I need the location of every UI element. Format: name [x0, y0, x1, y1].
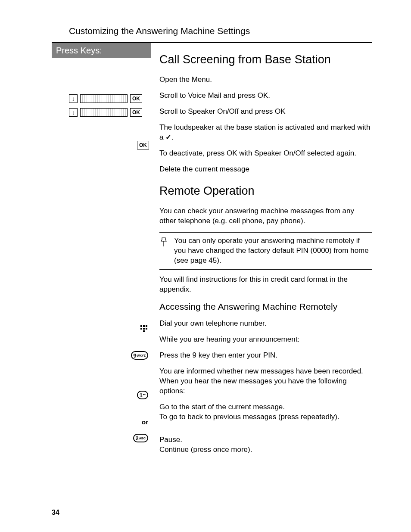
key-9-digit: 9: [134, 352, 137, 359]
para-loudspeaker: The loudspeaker at the base station is a…: [159, 123, 372, 143]
svg-rect-1: [143, 325, 145, 327]
para-delete: Delete the current message: [159, 165, 372, 174]
key-1-digit: 1: [140, 392, 143, 398]
key-9-icon: 9WXYZ: [131, 351, 148, 360]
para-goto-start: Go to the start of the current message. …: [159, 402, 372, 422]
press-keys-label: Press Keys:: [52, 43, 151, 58]
para-pause-a: Pause.: [159, 436, 182, 444]
checkmark-icon: ✓: [165, 133, 171, 141]
key-row-deactivate: OK: [52, 140, 151, 150]
or-label: or: [142, 418, 148, 426]
note-text: You can only operate your answering mach…: [174, 236, 372, 266]
para-press-nine: Press the 9 key then enter your PIN.: [159, 351, 372, 361]
para-pause-b: Continue (press once more).: [159, 445, 252, 454]
ok-key-icon: OK: [137, 141, 149, 149]
para-deactivate: To deactivate, press OK with Speaker On/…: [159, 149, 372, 159]
para-scroll-speaker: Scroll to Speaker On/Off and press OK: [159, 107, 372, 117]
scroll-bar-icon: [80, 108, 128, 117]
key-2-icon: 2ABC: [133, 434, 148, 442]
note-box: You can only operate your answering mach…: [159, 232, 372, 270]
para-remote-intro: You can check your answering machine mes…: [159, 206, 372, 226]
key-row-nine: 9WXYZ: [52, 351, 151, 388]
para-pause: Pause. Continue (press once more).: [159, 435, 372, 455]
svg-rect-6: [143, 330, 145, 332]
key-row-two: 2ABC: [52, 434, 151, 445]
pushpin-icon: [159, 236, 170, 266]
key-9-letters: WXYZ: [137, 354, 146, 357]
dial-pad-icon: [140, 324, 148, 334]
page-number: 34: [52, 509, 59, 516]
svg-rect-0: [140, 325, 142, 327]
ok-key-icon: OK: [130, 94, 142, 103]
para-goto-start-b: To go to back to previous messages (pres…: [159, 413, 339, 421]
svg-rect-3: [140, 328, 142, 330]
key-row-voicemail: ↓ OK: [52, 93, 151, 104]
menu-key-icon: [132, 81, 149, 89]
para-loudspeaker-b: .: [171, 133, 174, 141]
key-1-letters: ᵒᵒ: [143, 393, 146, 397]
key-row-or: or: [52, 418, 151, 431]
page-header-title: Customizing the Answering Machine Settin…: [69, 26, 372, 36]
content-column: Call Screening from Base Station Open th…: [151, 43, 372, 461]
scroll-bar-icon: [80, 94, 128, 103]
key-1-icon: 1ᵒᵒ: [137, 391, 148, 399]
ok-key-icon: OK: [130, 108, 142, 117]
key-2-digit: 2: [136, 435, 139, 442]
para-open-menu: Open the Menu.: [159, 75, 372, 85]
para-announcement: While you are hearing your announcement:: [159, 335, 372, 345]
down-arrow-icon: ↓: [69, 108, 78, 117]
down-arrow-icon: ↓: [69, 94, 78, 103]
para-informed: You are informed whether new messages ha…: [159, 367, 372, 396]
svg-rect-5: [146, 328, 147, 330]
para-loudspeaker-a: The loudspeaker at the base station is a…: [159, 123, 371, 141]
para-goto-start-a: Go to the start of the current message.: [159, 403, 285, 411]
key-row-dial: [52, 324, 151, 348]
key-2-letters: ABC: [139, 437, 146, 440]
svg-rect-2: [146, 325, 147, 327]
section-title-call-screening: Call Screening from Base Station: [159, 52, 372, 67]
para-appendix: You will find instructions for this in c…: [159, 275, 372, 295]
section-title-accessing: Accessing the Answering Machine Remotely: [159, 301, 372, 313]
key-row-menu: [52, 80, 151, 90]
section-title-remote: Remote Operation: [159, 183, 372, 199]
svg-rect-4: [143, 328, 145, 330]
press-keys-column: Press Keys: ↓ OK ↓ OK: [52, 43, 151, 445]
para-dial: Dial your own telephone number.: [159, 319, 372, 329]
key-row-one: 1ᵒᵒ: [52, 391, 151, 416]
para-scroll-voicemail: Scroll to Voice Mail and press OK.: [159, 91, 372, 101]
key-row-speaker: ↓ OK: [52, 107, 151, 118]
